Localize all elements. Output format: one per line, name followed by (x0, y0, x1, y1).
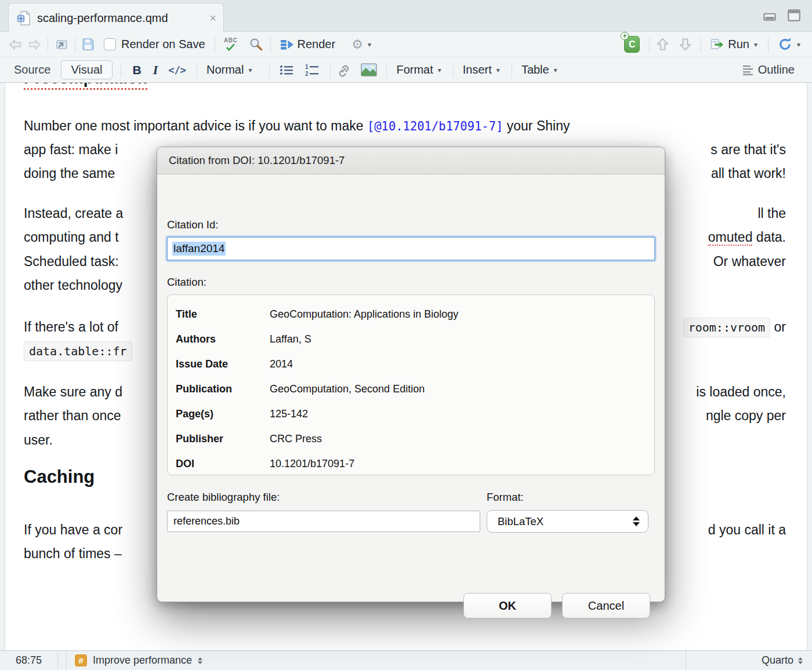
render-button[interactable]: Render (277, 36, 339, 53)
citation-details-panel: TitleGeoComputation: Applications in Bio… (167, 294, 655, 475)
paragraph-style-dropdown[interactable]: Normal ▾ (203, 61, 255, 78)
bullet-list-icon[interactable] (279, 64, 294, 77)
format-select-value: BibLaTeX (498, 515, 543, 528)
cursor-position[interactable]: 68:75 (0, 651, 58, 670)
render-on-save-checkbox[interactable] (104, 38, 116, 50)
rstudio-source-window: scaling-performance.qmd × (0, 0, 812, 670)
citation-field-row: AuthorsLaffan, S (176, 327, 654, 352)
render-label: Render (298, 38, 336, 51)
citation-field-row: Issue Date2014 (176, 352, 654, 377)
updown-icon (798, 657, 803, 664)
section-navigator[interactable]: # Improve performance (66, 651, 211, 670)
section-navigator-label: Improve performance (93, 654, 192, 667)
italic-button[interactable]: I (147, 63, 164, 78)
document-tab[interactable]: scaling-performance.qmd × (8, 3, 224, 32)
minimize-icon[interactable] (762, 8, 777, 23)
format-select[interactable]: BibLaTeX (487, 510, 648, 533)
citation-id-label: Citation Id: (167, 219, 218, 231)
chevron-down-icon: ▾ (368, 41, 371, 49)
open-in-new-window-icon[interactable] (54, 38, 69, 52)
outline-label: Outline (758, 63, 795, 77)
run-label: Run (728, 38, 749, 51)
citation-field-row: PublisherCRC Press (176, 427, 654, 451)
chevron-down-icon: ▾ (754, 41, 757, 49)
section-heading-precomputation: Precomputation (24, 83, 147, 89)
format-menu[interactable]: Format▾ (393, 61, 444, 78)
numbered-list-icon[interactable]: 1 2 (304, 64, 320, 77)
source-mode-button[interactable]: Source (8, 63, 56, 77)
selected-text: laffan2014 (172, 242, 226, 256)
chevron-down-icon: ▾ (554, 66, 557, 74)
chevron-down-icon: ▾ (248, 66, 252, 74)
citation-field-row: PublicationGeoComputation, Second Editio… (176, 377, 654, 402)
insert-menu[interactable]: Insert▾ (459, 61, 503, 78)
tab-title: scaling-performance.qmd (37, 12, 205, 25)
go-to-next-icon[interactable] (678, 37, 693, 52)
cancel-button[interactable]: Cancel (562, 593, 650, 618)
table-menu[interactable]: Table▾ (518, 61, 561, 78)
paragraph-line: Number one most important advice is if y… (5, 114, 807, 138)
format-toolbar: Source Visual B I </> Normal ▾ 1 2 (0, 57, 812, 83)
bibliography-file-input[interactable] (167, 511, 480, 532)
language-mode-label: Quarto (762, 654, 793, 667)
bold-button[interactable]: B (127, 63, 147, 77)
save-icon[interactable] (81, 38, 95, 51)
rerun-button[interactable]: ▾ (774, 35, 804, 53)
svg-text:2: 2 (305, 71, 309, 77)
chevron-down-icon: ▾ (438, 66, 441, 74)
spellcheck-icon[interactable]: ABC (221, 38, 241, 51)
language-mode-selector[interactable]: Quarto (686, 651, 812, 670)
code-button[interactable]: </> (164, 64, 191, 76)
outline-icon (742, 65, 754, 75)
search-icon[interactable] (249, 37, 263, 52)
main-toolbar: Render on Save ABC Render ⚙ ▾ (0, 32, 812, 57)
gear-icon: ⚙ (351, 37, 363, 52)
forward-icon[interactable] (28, 38, 42, 51)
bibliography-file-label: Create bibliography file: (167, 491, 280, 504)
tab-close-icon[interactable]: × (209, 12, 216, 25)
citation-field-row: Page(s)125-142 (176, 402, 654, 427)
render-on-save-label: Render on Save (121, 38, 205, 51)
quarto-file-icon (16, 10, 31, 26)
render-options-gear[interactable]: ⚙ ▾ (348, 35, 375, 53)
run-button[interactable]: Run ▾ (707, 36, 761, 53)
outline-toggle[interactable]: Outline (742, 63, 795, 77)
rerun-icon (778, 37, 792, 52)
select-updown-icon (633, 516, 640, 526)
citation-field-row: DOI10.1201/b17091-7 (176, 451, 654, 476)
go-to-previous-icon[interactable] (655, 37, 670, 52)
format-label: Format: (487, 491, 524, 504)
insert-chunk-button[interactable]: C + (624, 36, 640, 53)
visual-mode-button[interactable]: Visual (61, 60, 112, 79)
link-icon[interactable] (336, 63, 351, 78)
heading-hash-icon: # (75, 654, 87, 667)
dialog-titlebar[interactable]: Citation from DOI: 10.1201/b17091-7 (157, 147, 665, 174)
maximize-icon[interactable] (786, 8, 802, 23)
render-icon (280, 38, 294, 51)
chevron-down-icon: ▾ (496, 66, 500, 74)
citation-from-doi-dialog: Citation from DOI: 10.1201/b17091-7 Cita… (157, 147, 665, 602)
status-bar: 68:75 # Improve performance Quarto (0, 650, 812, 670)
updown-icon (198, 657, 202, 664)
inline-code: room::vroom (683, 318, 770, 337)
back-icon[interactable] (8, 38, 22, 51)
tab-strip: scaling-performance.qmd × (0, 0, 812, 32)
svg-text:1: 1 (305, 64, 309, 70)
citation-field-row: TitleGeoComputation: Applications in Bio… (176, 302, 654, 327)
dialog-title: Citation from DOI: 10.1201/b17091-7 (169, 154, 345, 167)
chevron-down-icon: ▾ (797, 41, 800, 49)
inline-code: data.table::fr (24, 341, 132, 361)
ok-button[interactable]: OK (463, 593, 552, 618)
run-icon (710, 38, 724, 52)
section-heading-caching: Caching (24, 467, 95, 487)
image-icon[interactable] (361, 63, 377, 77)
citation-token[interactable]: [@10.1201/b17091-7] (367, 119, 503, 133)
citation-label: Citation: (167, 276, 206, 289)
citation-id-input[interactable]: laffan2014 (167, 237, 655, 260)
